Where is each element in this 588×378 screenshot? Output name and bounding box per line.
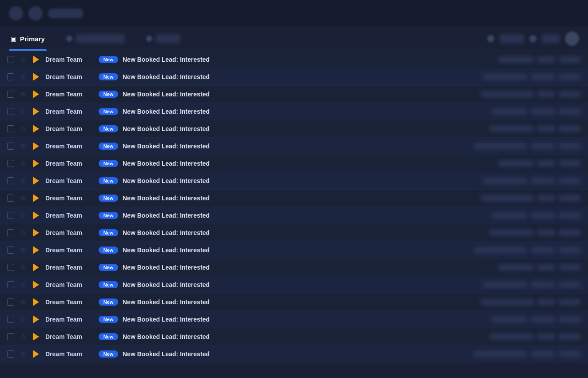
email-row[interactable]: ☆ Dream Team New New Booked Lead: Intere… (0, 120, 588, 138)
row-checkbox-18[interactable] (7, 350, 14, 358)
row-star-3[interactable]: ☆ (19, 90, 27, 98)
email-row[interactable]: ☆ Dream Team New New Booked Lead: Intere… (0, 190, 588, 207)
row-checkbox-6[interactable] (7, 143, 14, 150)
row-star-4[interactable]: ☆ (19, 107, 27, 115)
row-checkbox-13[interactable] (7, 264, 14, 271)
row-badge-5: New (99, 125, 118, 132)
email-row[interactable]: ☆ Dream Team New New Booked Lead: Intere… (0, 138, 588, 155)
row-arrow-6 (31, 141, 41, 151)
email-row[interactable]: ☆ Dream Team New New Booked Lead: Intere… (0, 259, 588, 276)
row-sender-15: Dream Team (45, 298, 94, 306)
row-right-9 (481, 195, 581, 201)
row-badge-8: New (99, 177, 118, 184)
row-star-14[interactable]: ☆ (19, 281, 27, 289)
row-subject-3: New Booked Lead: Interested (123, 91, 476, 98)
row-star-13[interactable]: ☆ (19, 263, 27, 271)
row-time-13 (559, 264, 581, 271)
row-subject-7: New Booked Lead: Interested (123, 160, 494, 167)
row-star-18[interactable]: ☆ (19, 350, 27, 358)
row-star-9[interactable]: ☆ (19, 194, 27, 202)
row-blurred-text-13 (498, 264, 534, 271)
tab-blurred-2-dot (146, 36, 152, 42)
row-blurred-text-6 (474, 143, 527, 149)
row-right-17 (489, 334, 581, 340)
row-checkbox-7[interactable] (7, 160, 14, 167)
row-badge-2: New (99, 73, 118, 80)
row-blurred-text2-11 (537, 230, 555, 236)
row-star-10[interactable]: ☆ (19, 211, 27, 219)
row-star-15[interactable]: ☆ (19, 298, 27, 306)
row-star-6[interactable]: ☆ (19, 142, 27, 150)
email-row[interactable]: ☆ Dream Team New New Booked Lead: Intere… (0, 242, 588, 259)
row-right-6 (474, 143, 581, 149)
row-blurred-text2-17 (537, 334, 555, 340)
row-star-1[interactable]: ☆ (19, 56, 27, 64)
row-checkbox-10[interactable] (7, 212, 14, 219)
row-badge-15: New (99, 298, 118, 306)
row-right-14 (483, 282, 581, 288)
email-row[interactable]: ☆ Dream Team New New Booked Lead: Intere… (0, 346, 588, 363)
row-arrow-16 (31, 314, 41, 324)
row-star-17[interactable]: ☆ (19, 333, 27, 341)
row-right-15 (481, 299, 581, 305)
row-checkbox-12[interactable] (7, 247, 14, 254)
row-blurred-text2-9 (537, 195, 555, 201)
user-avatar[interactable] (565, 32, 579, 46)
row-checkbox-17[interactable] (7, 333, 14, 340)
row-star-7[interactable]: ☆ (19, 159, 27, 167)
email-row[interactable]: ☆ Dream Team New New Booked Lead: Intere… (0, 311, 588, 328)
row-time-11 (559, 230, 581, 236)
row-blurred-text2-14 (531, 282, 555, 288)
row-checkbox-3[interactable] (7, 91, 14, 98)
email-row[interactable]: ☆ Dream Team New New Booked Lead: Intere… (0, 51, 588, 68)
row-checkbox-1[interactable] (7, 56, 14, 63)
row-arrow-13 (31, 263, 41, 272)
row-sender-13: Dream Team (45, 264, 94, 271)
row-blurred-text2-6 (531, 143, 555, 149)
email-row[interactable]: ☆ Dream Team New New Booked Lead: Intere… (0, 224, 588, 242)
tab-blurred-1[interactable] (64, 27, 127, 51)
row-checkbox-5[interactable] (7, 125, 14, 132)
tab-blurred-2[interactable] (144, 27, 182, 51)
row-sender-14: Dream Team (45, 281, 94, 288)
email-row[interactable]: ☆ Dream Team New New Booked Lead: Intere… (0, 155, 588, 172)
row-checkbox-8[interactable] (7, 177, 14, 184)
row-checkbox-15[interactable] (7, 298, 14, 306)
email-row[interactable]: ☆ Dream Team New New Booked Lead: Intere… (0, 276, 588, 294)
row-checkbox-14[interactable] (7, 281, 14, 288)
row-blurred-text-9 (481, 195, 534, 201)
email-row[interactable]: ☆ Dream Team New New Booked Lead: Intere… (0, 294, 588, 311)
email-row[interactable]: ☆ Dream Team New New Booked Lead: Intere… (0, 68, 588, 86)
row-arrow-11 (31, 228, 41, 238)
row-checkbox-9[interactable] (7, 195, 14, 202)
row-subject-11: New Booked Lead: Interested (123, 229, 485, 236)
row-star-2[interactable]: ☆ (19, 73, 27, 81)
row-star-12[interactable]: ☆ (19, 246, 27, 254)
row-right-2 (483, 74, 581, 80)
row-sender-8: Dream Team (45, 177, 94, 184)
email-row[interactable]: ☆ Dream Team New New Booked Lead: Intere… (0, 328, 588, 346)
top-bar-pill (48, 8, 83, 18)
row-badge-17: New (99, 333, 118, 340)
row-subject-18: New Booked Lead: Interested (123, 350, 469, 358)
row-star-8[interactable]: ☆ (19, 177, 27, 185)
tab-primary[interactable]: ▣ Primary (9, 27, 47, 51)
row-arrow-3 (31, 89, 41, 99)
row-checkbox-16[interactable] (7, 316, 14, 323)
row-star-5[interactable]: ☆ (19, 125, 27, 133)
row-blurred-text-5 (489, 126, 534, 132)
row-blurred-text-7 (498, 160, 534, 167)
email-row[interactable]: ☆ Dream Team New New Booked Lead: Intere… (0, 86, 588, 103)
row-blurred-text2-13 (537, 264, 555, 271)
row-checkbox-2[interactable] (7, 73, 14, 80)
email-row[interactable]: ☆ Dream Team New New Booked Lead: Intere… (0, 103, 588, 120)
row-star-11[interactable]: ☆ (19, 229, 27, 237)
email-row[interactable]: ☆ Dream Team New New Booked Lead: Intere… (0, 172, 588, 190)
row-checkbox-4[interactable] (7, 108, 14, 115)
row-right-11 (489, 230, 581, 236)
email-row[interactable]: ☆ Dream Team New New Booked Lead: Intere… (0, 207, 588, 224)
row-subject-2: New Booked Lead: Interested (123, 73, 478, 80)
row-blurred-text-12 (474, 247, 527, 253)
row-checkbox-11[interactable] (7, 229, 14, 236)
row-star-16[interactable]: ☆ (19, 315, 27, 323)
